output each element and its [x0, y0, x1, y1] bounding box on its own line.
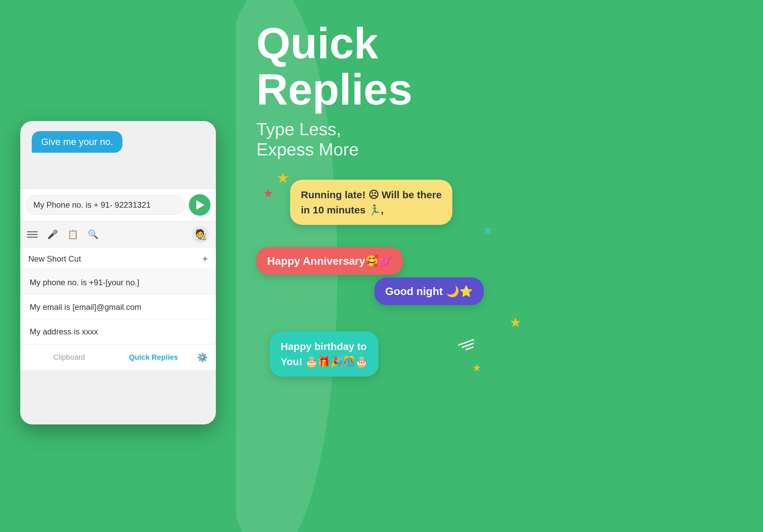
add-shortcut-button[interactable]: +	[202, 254, 208, 264]
send-button[interactable]	[189, 194, 210, 216]
card-birthday-text: Happy birthday toYou! 🎂🎁🎉🎊🎂	[281, 341, 368, 367]
shortcut-header-label: New Short Cut	[28, 254, 81, 264]
send-icon	[196, 200, 204, 210]
document-icon[interactable]: 📋	[67, 229, 78, 240]
card-running-late-text: Running late! ☹ Will be therein 10 minut…	[301, 189, 442, 215]
cards-area: ★ ★ ★ ★ ★ Running late! ☹ Will be therei…	[256, 180, 736, 416]
arrow-decoration	[458, 339, 476, 352]
card-anniversary: Happy Anniversary🥰💕	[256, 247, 403, 275]
subtitle: Type Less, Expess More	[256, 119, 736, 159]
card-running-late: Running late! ☹ Will be therein 10 minut…	[290, 180, 452, 225]
subtitle-line1: Type Less,	[256, 119, 341, 139]
dropdown-item-1[interactable]: My phone no. is +91-[your no.]	[20, 270, 216, 295]
search-icon[interactable]: 🔍	[88, 229, 98, 240]
dropdown-list: My phone no. is +91-[your no.] My email …	[20, 270, 216, 344]
main-title: Quick Replies	[256, 20, 736, 112]
star-decoration-1: ★	[277, 170, 289, 186]
dropdown-item-3[interactable]: My address is xxxx	[20, 320, 216, 344]
card-birthday: Happy birthday toYou! 🎂🎁🎉🎊🎂	[270, 331, 378, 377]
shortcut-header: New Short Cut +	[20, 247, 216, 270]
card-goodnight: Good night 🌙⭐	[374, 277, 484, 305]
dropdown-item-2[interactable]: My email is [email]@gmail.com	[20, 295, 216, 320]
star-decoration-2: ★	[263, 186, 273, 200]
title-line2: Replies	[256, 65, 412, 114]
card-goodnight-text: Good night 🌙⭐	[385, 285, 473, 297]
tab-clipboard[interactable]: Clipboard	[27, 353, 111, 362]
bottom-tabs: Clipboard Quick Replies ⚙️	[20, 344, 216, 370]
title-line1: Quick	[256, 19, 378, 68]
emoji-keyboard-icon[interactable]: 🧑‍🎨	[192, 226, 209, 243]
received-message: Give me your no.	[32, 131, 122, 153]
keyboard-toolbar: 🎤 📋 🔍 🧑‍🎨	[20, 221, 216, 247]
chat-area: Give me your no.	[20, 121, 216, 188]
settings-icon[interactable]: ⚙️	[196, 351, 209, 364]
right-panel: Quick Replies Type Less, Expess More ★ ★…	[236, 0, 763, 532]
right-content: Quick Replies Type Less, Expess More ★ ★…	[256, 20, 736, 416]
star-decoration-5: ★	[472, 362, 481, 374]
card-anniversary-text: Happy Anniversary🥰💕	[267, 255, 392, 267]
star-decoration-4: ★	[509, 315, 521, 330]
subtitle-line2: Expess More	[256, 140, 359, 159]
star-decoration-3: ★	[482, 224, 493, 238]
microphone-icon[interactable]: 🎤	[47, 229, 58, 240]
phone-mockup: Give me your no. My Phone no. is + 91- 9…	[20, 121, 216, 424]
message-input[interactable]: My Phone no. is + 91- 92231321	[26, 195, 185, 215]
tab-quick-replies[interactable]: Quick Replies	[111, 353, 196, 362]
left-panel: Give me your no. My Phone no. is + 91- 9…	[0, 0, 236, 532]
input-area: My Phone no. is + 91- 92231321	[20, 188, 216, 221]
hamburger-icon[interactable]	[27, 229, 38, 240]
